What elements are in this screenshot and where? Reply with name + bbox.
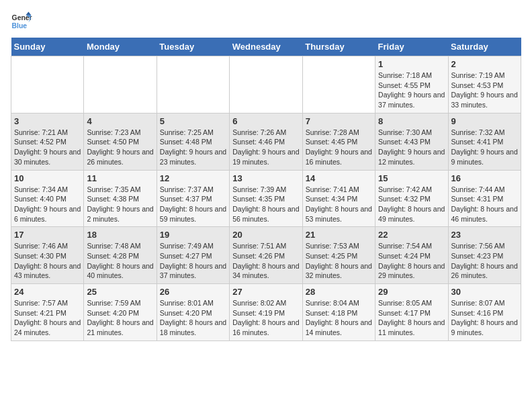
day-number: 6 bbox=[232, 116, 299, 126]
day-number: 17 bbox=[14, 230, 81, 240]
day-number: 16 bbox=[451, 173, 518, 183]
header-monday: Monday bbox=[84, 38, 157, 56]
day-cell: 27Sunrise: 8:02 AMSunset: 4:19 PMDayligh… bbox=[230, 284, 302, 341]
day-info: Sunrise: 7:39 AMSunset: 4:35 PMDaylight:… bbox=[232, 185, 299, 224]
week-row-3: 10Sunrise: 7:34 AMSunset: 4:40 PMDayligh… bbox=[11, 170, 521, 227]
day-cell: 29Sunrise: 8:05 AMSunset: 4:17 PMDayligh… bbox=[375, 284, 448, 341]
day-number: 12 bbox=[160, 173, 226, 183]
day-cell: 19Sunrise: 7:49 AMSunset: 4:27 PMDayligh… bbox=[157, 227, 229, 284]
day-number: 10 bbox=[14, 173, 81, 183]
day-info: Sunrise: 7:56 AMSunset: 4:23 PMDaylight:… bbox=[451, 241, 518, 281]
day-info: Sunrise: 7:35 AMSunset: 4:38 PMDaylight:… bbox=[87, 185, 153, 224]
week-row-4: 17Sunrise: 7:46 AMSunset: 4:30 PMDayligh… bbox=[11, 227, 521, 284]
day-info: Sunrise: 7:49 AMSunset: 4:27 PMDaylight:… bbox=[160, 241, 226, 281]
calendar-header-row: SundayMondayTuesdayWednesdayThursdayFrid… bbox=[11, 38, 521, 56]
header-wednesday: Wednesday bbox=[230, 38, 302, 56]
day-cell: 21Sunrise: 7:53 AMSunset: 4:25 PMDayligh… bbox=[302, 227, 375, 284]
day-info: Sunrise: 7:32 AMSunset: 4:41 PMDaylight:… bbox=[451, 128, 518, 167]
header-sunday: Sunday bbox=[11, 38, 84, 56]
day-info: Sunrise: 7:48 AMSunset: 4:28 PMDaylight:… bbox=[87, 241, 153, 281]
logo-icon: General Blue bbox=[11, 11, 32, 32]
day-cell: 5Sunrise: 7:25 AMSunset: 4:48 PMDaylight… bbox=[157, 113, 229, 170]
day-cell bbox=[302, 56, 375, 113]
day-cell bbox=[230, 56, 302, 113]
header-thursday: Thursday bbox=[302, 38, 375, 56]
day-cell: 7Sunrise: 7:28 AMSunset: 4:45 PMDaylight… bbox=[302, 113, 375, 170]
day-cell: 9Sunrise: 7:32 AMSunset: 4:41 PMDaylight… bbox=[448, 113, 521, 170]
svg-text:Blue: Blue bbox=[12, 22, 28, 30]
day-cell: 10Sunrise: 7:34 AMSunset: 4:40 PMDayligh… bbox=[11, 170, 84, 227]
day-number: 22 bbox=[378, 230, 445, 240]
day-number: 30 bbox=[451, 287, 518, 297]
day-cell: 30Sunrise: 8:07 AMSunset: 4:16 PMDayligh… bbox=[448, 284, 521, 341]
day-cell: 11Sunrise: 7:35 AMSunset: 4:38 PMDayligh… bbox=[84, 170, 157, 227]
day-info: Sunrise: 7:28 AMSunset: 4:45 PMDaylight:… bbox=[306, 128, 372, 167]
day-info: Sunrise: 7:19 AMSunset: 4:53 PMDaylight:… bbox=[451, 71, 518, 110]
day-cell bbox=[157, 56, 229, 113]
day-info: Sunrise: 7:54 AMSunset: 4:24 PMDaylight:… bbox=[378, 241, 445, 281]
day-cell: 13Sunrise: 7:39 AMSunset: 4:35 PMDayligh… bbox=[230, 170, 302, 227]
day-cell: 8Sunrise: 7:30 AMSunset: 4:43 PMDaylight… bbox=[375, 113, 448, 170]
day-number: 19 bbox=[160, 230, 226, 240]
logo: General Blue bbox=[11, 11, 35, 32]
day-number: 26 bbox=[160, 287, 226, 297]
day-cell: 17Sunrise: 7:46 AMSunset: 4:30 PMDayligh… bbox=[11, 227, 84, 284]
day-cell: 1Sunrise: 7:18 AMSunset: 4:55 PMDaylight… bbox=[375, 56, 448, 113]
day-cell: 15Sunrise: 7:42 AMSunset: 4:32 PMDayligh… bbox=[375, 170, 448, 227]
day-info: Sunrise: 8:07 AMSunset: 4:16 PMDaylight:… bbox=[451, 298, 518, 338]
day-info: Sunrise: 8:02 AMSunset: 4:19 PMDaylight:… bbox=[232, 298, 299, 338]
day-cell: 18Sunrise: 7:48 AMSunset: 4:28 PMDayligh… bbox=[84, 227, 157, 284]
week-row-1: 1Sunrise: 7:18 AMSunset: 4:55 PMDaylight… bbox=[11, 56, 521, 113]
calendar-table: SundayMondayTuesdayWednesdayThursdayFrid… bbox=[11, 38, 521, 341]
day-info: Sunrise: 8:04 AMSunset: 4:18 PMDaylight:… bbox=[306, 298, 372, 338]
day-info: Sunrise: 7:34 AMSunset: 4:40 PMDaylight:… bbox=[14, 185, 81, 224]
day-number: 18 bbox=[87, 230, 153, 240]
day-info: Sunrise: 7:51 AMSunset: 4:26 PMDaylight:… bbox=[232, 241, 299, 281]
day-number: 14 bbox=[306, 173, 372, 183]
day-number: 1 bbox=[378, 59, 445, 69]
day-cell: 25Sunrise: 7:59 AMSunset: 4:20 PMDayligh… bbox=[84, 284, 157, 341]
day-number: 28 bbox=[306, 287, 372, 297]
day-cell bbox=[11, 56, 84, 113]
day-number: 2 bbox=[451, 59, 518, 69]
day-info: Sunrise: 7:57 AMSunset: 4:21 PMDaylight:… bbox=[14, 298, 81, 338]
day-number: 7 bbox=[306, 116, 372, 126]
day-cell: 16Sunrise: 7:44 AMSunset: 4:31 PMDayligh… bbox=[448, 170, 521, 227]
header-saturday: Saturday bbox=[448, 38, 521, 56]
day-cell: 28Sunrise: 8:04 AMSunset: 4:18 PMDayligh… bbox=[302, 284, 375, 341]
day-info: Sunrise: 7:21 AMSunset: 4:52 PMDaylight:… bbox=[14, 128, 81, 167]
day-number: 24 bbox=[14, 287, 81, 297]
day-number: 3 bbox=[14, 116, 81, 126]
week-row-5: 24Sunrise: 7:57 AMSunset: 4:21 PMDayligh… bbox=[11, 284, 521, 341]
day-cell: 4Sunrise: 7:23 AMSunset: 4:50 PMDaylight… bbox=[84, 113, 157, 170]
day-info: Sunrise: 7:42 AMSunset: 4:32 PMDaylight:… bbox=[378, 185, 445, 224]
day-info: Sunrise: 7:53 AMSunset: 4:25 PMDaylight:… bbox=[306, 241, 372, 281]
day-number: 23 bbox=[451, 230, 518, 240]
day-cell: 3Sunrise: 7:21 AMSunset: 4:52 PMDaylight… bbox=[11, 113, 84, 170]
day-number: 20 bbox=[232, 230, 299, 240]
day-number: 25 bbox=[87, 287, 153, 297]
day-info: Sunrise: 7:46 AMSunset: 4:30 PMDaylight:… bbox=[14, 241, 81, 281]
day-cell: 14Sunrise: 7:41 AMSunset: 4:34 PMDayligh… bbox=[302, 170, 375, 227]
day-info: Sunrise: 7:23 AMSunset: 4:50 PMDaylight:… bbox=[87, 128, 153, 167]
day-number: 5 bbox=[160, 116, 226, 126]
day-cell: 12Sunrise: 7:37 AMSunset: 4:37 PMDayligh… bbox=[157, 170, 229, 227]
day-cell: 2Sunrise: 7:19 AMSunset: 4:53 PMDaylight… bbox=[448, 56, 521, 113]
svg-marker-3 bbox=[26, 12, 31, 15]
day-info: Sunrise: 7:37 AMSunset: 4:37 PMDaylight:… bbox=[160, 185, 226, 224]
header-tuesday: Tuesday bbox=[157, 38, 229, 56]
day-number: 27 bbox=[232, 287, 299, 297]
day-info: Sunrise: 7:18 AMSunset: 4:55 PMDaylight:… bbox=[378, 71, 445, 110]
day-info: Sunrise: 8:05 AMSunset: 4:17 PMDaylight:… bbox=[378, 298, 445, 338]
day-cell: 22Sunrise: 7:54 AMSunset: 4:24 PMDayligh… bbox=[375, 227, 448, 284]
day-number: 8 bbox=[378, 116, 445, 126]
day-info: Sunrise: 7:26 AMSunset: 4:46 PMDaylight:… bbox=[232, 128, 299, 167]
day-info: Sunrise: 7:44 AMSunset: 4:31 PMDaylight:… bbox=[451, 185, 518, 224]
day-number: 29 bbox=[378, 287, 445, 297]
week-row-2: 3Sunrise: 7:21 AMSunset: 4:52 PMDaylight… bbox=[11, 113, 521, 170]
day-cell: 24Sunrise: 7:57 AMSunset: 4:21 PMDayligh… bbox=[11, 284, 84, 341]
day-number: 4 bbox=[87, 116, 153, 126]
day-info: Sunrise: 7:25 AMSunset: 4:48 PMDaylight:… bbox=[160, 128, 226, 167]
day-number: 13 bbox=[232, 173, 299, 183]
day-info: Sunrise: 8:01 AMSunset: 4:20 PMDaylight:… bbox=[160, 298, 226, 338]
